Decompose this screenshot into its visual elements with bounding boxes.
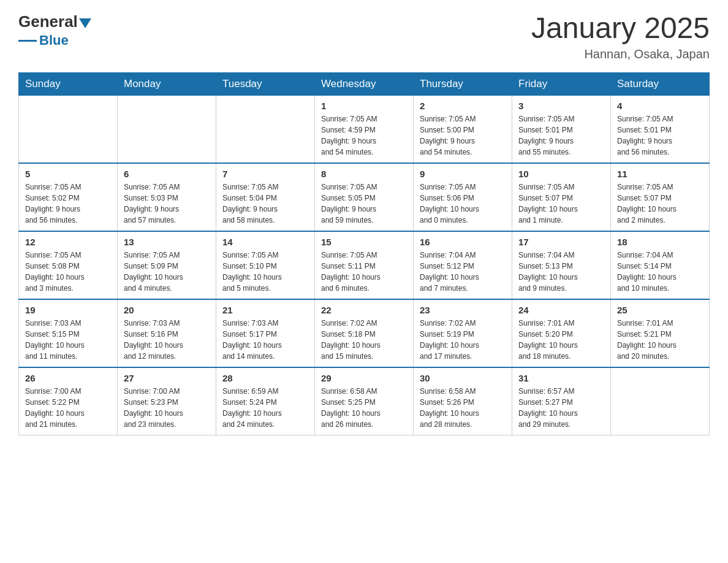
day-number: 5: [25, 169, 111, 179]
day-number: 25: [617, 305, 703, 315]
day-number: 29: [321, 373, 407, 383]
day-info: Sunrise: 7:05 AM Sunset: 5:03 PM Dayligh…: [124, 182, 210, 226]
calendar-cell: 13Sunrise: 7:05 AM Sunset: 5:09 PM Dayli…: [118, 231, 216, 299]
day-number: 8: [321, 169, 407, 179]
day-number: 9: [420, 169, 506, 179]
day-number: 6: [124, 169, 210, 179]
calendar-cell: 8Sunrise: 7:05 AM Sunset: 5:05 PM Daylig…: [315, 163, 414, 231]
calendar-cell: 16Sunrise: 7:04 AM Sunset: 5:12 PM Dayli…: [414, 231, 512, 299]
day-info: Sunrise: 7:04 AM Sunset: 5:13 PM Dayligh…: [518, 250, 604, 294]
calendar-cell: 26Sunrise: 7:00 AM Sunset: 5:22 PM Dayli…: [19, 367, 118, 435]
day-info: Sunrise: 7:05 AM Sunset: 5:02 PM Dayligh…: [25, 182, 111, 226]
day-number: 21: [222, 305, 308, 315]
weekday-header-sunday: Sunday: [19, 72, 118, 95]
logo-blue-text: Blue: [39, 33, 69, 48]
calendar-cell: [611, 367, 710, 435]
day-info: Sunrise: 7:05 AM Sunset: 5:04 PM Dayligh…: [222, 182, 308, 226]
day-number: 31: [518, 373, 604, 383]
day-number: 4: [617, 101, 703, 111]
location-title: Hannan, Osaka, Japan: [531, 47, 710, 61]
day-info: Sunrise: 7:03 AM Sunset: 5:17 PM Dayligh…: [222, 318, 308, 362]
calendar-cell: [118, 95, 216, 163]
day-number: 16: [420, 237, 506, 247]
calendar-cell: 27Sunrise: 7:00 AM Sunset: 5:23 PM Dayli…: [118, 367, 216, 435]
day-info: Sunrise: 7:04 AM Sunset: 5:12 PM Dayligh…: [420, 250, 506, 294]
calendar-cell: 18Sunrise: 7:04 AM Sunset: 5:14 PM Dayli…: [611, 231, 710, 299]
day-info: Sunrise: 7:01 AM Sunset: 5:21 PM Dayligh…: [617, 318, 703, 362]
calendar-cell: 31Sunrise: 6:57 AM Sunset: 5:27 PM Dayli…: [512, 367, 611, 435]
calendar-cell: 12Sunrise: 7:05 AM Sunset: 5:08 PM Dayli…: [19, 231, 118, 299]
day-info: Sunrise: 7:05 AM Sunset: 5:09 PM Dayligh…: [124, 250, 210, 294]
day-info: Sunrise: 7:03 AM Sunset: 5:16 PM Dayligh…: [124, 318, 210, 362]
logo-text: General: [18, 12, 91, 31]
calendar-cell: 25Sunrise: 7:01 AM Sunset: 5:21 PM Dayli…: [611, 299, 710, 367]
day-number: 11: [617, 169, 703, 179]
calendar-cell: 30Sunrise: 6:58 AM Sunset: 5:26 PM Dayli…: [414, 367, 512, 435]
day-info: Sunrise: 7:00 AM Sunset: 5:22 PM Dayligh…: [25, 386, 111, 430]
day-number: 22: [321, 305, 407, 315]
day-info: Sunrise: 7:04 AM Sunset: 5:14 PM Dayligh…: [617, 250, 703, 294]
day-number: 23: [420, 305, 506, 315]
calendar-cell: 19Sunrise: 7:03 AM Sunset: 5:15 PM Dayli…: [19, 299, 118, 367]
weekday-header-thursday: Thursday: [414, 72, 512, 95]
day-number: 18: [617, 237, 703, 247]
weekday-header-wednesday: Wednesday: [315, 72, 414, 95]
day-info: Sunrise: 7:05 AM Sunset: 5:01 PM Dayligh…: [518, 113, 604, 158]
calendar-cell: 28Sunrise: 6:59 AM Sunset: 5:24 PM Dayli…: [216, 367, 315, 435]
day-info: Sunrise: 7:05 AM Sunset: 5:07 PM Dayligh…: [518, 182, 604, 226]
logo-general: General: [18, 12, 78, 31]
calendar-cell: [216, 95, 315, 163]
day-number: 13: [124, 237, 210, 247]
weekday-header-friday: Friday: [512, 72, 611, 95]
calendar-cell: 21Sunrise: 7:03 AM Sunset: 5:17 PM Dayli…: [216, 299, 315, 367]
weekday-header-tuesday: Tuesday: [216, 72, 315, 95]
day-info: Sunrise: 7:05 AM Sunset: 5:05 PM Dayligh…: [321, 182, 407, 226]
day-number: 15: [321, 237, 407, 247]
title-section: January 2025 Hannan, Osaka, Japan: [531, 12, 710, 61]
calendar-cell: 23Sunrise: 7:02 AM Sunset: 5:19 PM Dayli…: [414, 299, 512, 367]
calendar-cell: 20Sunrise: 7:03 AM Sunset: 5:16 PM Dayli…: [118, 299, 216, 367]
week-row-1: 1Sunrise: 7:05 AM Sunset: 4:59 PM Daylig…: [19, 95, 710, 163]
calendar-cell: 3Sunrise: 7:05 AM Sunset: 5:01 PM Daylig…: [512, 95, 611, 163]
day-info: Sunrise: 6:57 AM Sunset: 5:27 PM Dayligh…: [518, 386, 604, 430]
week-row-5: 26Sunrise: 7:00 AM Sunset: 5:22 PM Dayli…: [19, 367, 710, 435]
day-number: 20: [124, 305, 210, 315]
day-info: Sunrise: 6:58 AM Sunset: 5:25 PM Dayligh…: [321, 386, 407, 430]
calendar-cell: 11Sunrise: 7:05 AM Sunset: 5:07 PM Dayli…: [611, 163, 710, 231]
calendar-cell: 7Sunrise: 7:05 AM Sunset: 5:04 PM Daylig…: [216, 163, 315, 231]
day-number: 12: [25, 237, 111, 247]
week-row-3: 12Sunrise: 7:05 AM Sunset: 5:08 PM Dayli…: [19, 231, 710, 299]
logo-triangle-icon: [79, 18, 91, 28]
weekday-header-monday: Monday: [118, 72, 216, 95]
day-info: Sunrise: 7:05 AM Sunset: 5:11 PM Dayligh…: [321, 250, 407, 294]
day-number: 17: [518, 237, 604, 247]
day-info: Sunrise: 7:03 AM Sunset: 5:15 PM Dayligh…: [25, 318, 111, 362]
weekday-header-saturday: Saturday: [611, 72, 710, 95]
calendar-cell: 22Sunrise: 7:02 AM Sunset: 5:18 PM Dayli…: [315, 299, 414, 367]
day-info: Sunrise: 7:05 AM Sunset: 4:59 PM Dayligh…: [321, 113, 407, 158]
day-info: Sunrise: 7:05 AM Sunset: 5:00 PM Dayligh…: [420, 113, 506, 158]
day-info: Sunrise: 7:05 AM Sunset: 5:06 PM Dayligh…: [420, 182, 506, 226]
week-row-2: 5Sunrise: 7:05 AM Sunset: 5:02 PM Daylig…: [19, 163, 710, 231]
day-info: Sunrise: 7:02 AM Sunset: 5:19 PM Dayligh…: [420, 318, 506, 362]
calendar-cell: 17Sunrise: 7:04 AM Sunset: 5:13 PM Dayli…: [512, 231, 611, 299]
month-title: January 2025: [531, 12, 710, 45]
day-number: 2: [420, 101, 506, 111]
day-number: 26: [25, 373, 111, 383]
day-number: 27: [124, 373, 210, 383]
week-row-4: 19Sunrise: 7:03 AM Sunset: 5:15 PM Dayli…: [19, 299, 710, 367]
calendar-cell: 5Sunrise: 7:05 AM Sunset: 5:02 PM Daylig…: [19, 163, 118, 231]
calendar-cell: 10Sunrise: 7:05 AM Sunset: 5:07 PM Dayli…: [512, 163, 611, 231]
day-number: 7: [222, 169, 308, 179]
day-info: Sunrise: 7:05 AM Sunset: 5:08 PM Dayligh…: [25, 250, 111, 294]
day-number: 19: [25, 305, 111, 315]
day-info: Sunrise: 7:02 AM Sunset: 5:18 PM Dayligh…: [321, 318, 407, 362]
logo: General Blue: [18, 12, 91, 48]
day-info: Sunrise: 6:59 AM Sunset: 5:24 PM Dayligh…: [222, 386, 308, 430]
calendar-cell: 6Sunrise: 7:05 AM Sunset: 5:03 PM Daylig…: [118, 163, 216, 231]
weekday-header-row: SundayMondayTuesdayWednesdayThursdayFrid…: [19, 72, 710, 95]
day-number: 3: [518, 101, 604, 111]
calendar-cell: 4Sunrise: 7:05 AM Sunset: 5:01 PM Daylig…: [611, 95, 710, 163]
page-header: General Blue January 2025 Hannan, Osaka,…: [18, 12, 710, 61]
calendar-cell: 24Sunrise: 7:01 AM Sunset: 5:20 PM Dayli…: [512, 299, 611, 367]
